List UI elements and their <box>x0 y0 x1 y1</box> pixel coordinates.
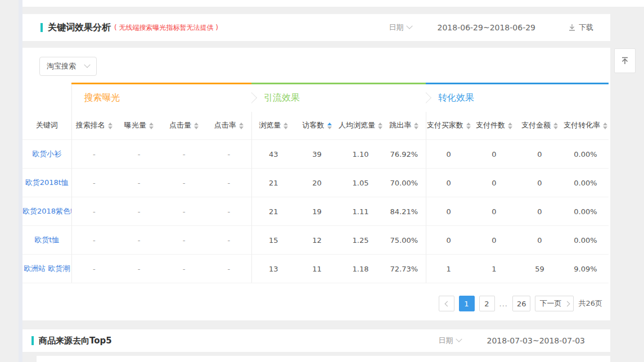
sort-icon[interactable] <box>108 123 112 129</box>
page-button-1[interactable]: 1 <box>459 296 475 311</box>
sort-icon[interactable] <box>508 123 512 129</box>
col-header-exposure[interactable]: 曝光量 <box>116 112 161 140</box>
keyword-link[interactable]: 欧洲站 欧货潮 <box>22 255 71 283</box>
table-row: 欧货小衫 - - - - 43 39 1.10 76.92% 0 0 0 0.0… <box>22 140 609 169</box>
cell: 21 <box>251 169 295 197</box>
sort-icon[interactable] <box>414 123 418 129</box>
section-accent-bar <box>31 336 34 345</box>
col-label: 人均浏览量 <box>339 121 375 129</box>
cell: - <box>116 169 161 197</box>
date-dropdown[interactable]: 日期 <box>439 336 461 346</box>
col-header-search-rank[interactable]: 搜索排名 <box>71 112 116 140</box>
channel-select[interactable]: 淘宝搜索 <box>39 57 97 76</box>
sort-icon[interactable] <box>239 123 244 129</box>
page-button-2[interactable]: 2 <box>479 296 495 311</box>
date-dropdown-label: 日期 <box>439 336 453 346</box>
cell: 59 <box>517 255 562 283</box>
download-button[interactable]: 下载 <box>568 22 593 33</box>
col-header-avg-pageviews[interactable]: 人均浏览量 <box>339 112 382 140</box>
cell: 1.11 <box>339 197 382 226</box>
keyword-table-card: 淘宝搜索 搜索曝光 引流效果 转化效果 关键词 搜索排名 曝光量 点击量 点击率… <box>22 48 610 320</box>
date-dropdown[interactable]: 日期 <box>389 22 412 33</box>
keyword-effect-table: 搜索曝光 引流效果 转化效果 关键词 搜索排名 曝光量 点击量 点击率 浏览量 … <box>22 83 609 283</box>
keyword-link[interactable]: 欧货t恤 <box>22 226 71 255</box>
col-label: 曝光量 <box>124 121 146 129</box>
sort-icon-active[interactable] <box>327 123 332 129</box>
cell: 39 <box>295 140 339 169</box>
sort-icon[interactable] <box>149 123 154 129</box>
chevron-left-icon <box>444 301 450 306</box>
col-header-pay-amount[interactable]: 支付金额 <box>517 112 562 140</box>
col-header-ctr[interactable]: 点击率 <box>206 112 251 140</box>
cell: 12 <box>295 226 339 255</box>
date-range-value: 2018-07-03~2018-07-03 <box>487 336 585 345</box>
cell: 0.00% <box>562 197 609 226</box>
col-header-visitors[interactable]: 访客数 <box>295 112 339 140</box>
group-label: 引流效果 <box>264 92 300 103</box>
col-header-pageviews[interactable]: 浏览量 <box>251 112 295 140</box>
download-icon <box>568 24 576 31</box>
cell: 15 <box>251 226 295 255</box>
col-label: 浏览量 <box>259 121 281 129</box>
cell: 0 <box>471 197 517 226</box>
cell: - <box>71 255 116 283</box>
cell: 43 <box>251 140 295 169</box>
cell: - <box>206 140 251 169</box>
cell: - <box>206 197 251 226</box>
col-header-pay-buyers[interactable]: 支付买家数 <box>426 112 471 140</box>
group-divider-chevron-icon <box>426 92 431 104</box>
date-dropdown-label: 日期 <box>389 22 404 33</box>
cell: - <box>71 197 116 226</box>
cell: 0 <box>471 226 517 255</box>
date-range-value: 2018-06-29~2018-06-29 <box>438 23 535 32</box>
chevron-down-icon <box>456 336 462 342</box>
page-button-26[interactable]: 26 <box>512 296 531 311</box>
chevron-down-icon <box>406 23 412 29</box>
back-to-top-button[interactable] <box>614 48 636 73</box>
cell: - <box>161 226 206 255</box>
next-page-button[interactable]: 下一页 <box>535 296 574 311</box>
cell: - <box>161 255 206 283</box>
keyword-link[interactable]: 欧货2018t恤 <box>22 169 71 197</box>
cell: 0 <box>471 169 517 197</box>
cell: - <box>161 169 206 197</box>
prev-page-button[interactable] <box>439 296 454 311</box>
section-note: ( 无线端搜索曝光指标暂无法提供 ) <box>114 23 218 33</box>
table-row: 欧洲站 欧货潮 - - - - 13 11 1.18 72.73% 1 1 59… <box>22 255 609 283</box>
cell: 9.09% <box>562 255 609 283</box>
sort-icon[interactable] <box>466 123 471 129</box>
sort-icon[interactable] <box>194 123 199 129</box>
cell: 0 <box>426 197 471 226</box>
col-header-bounce-rate[interactable]: 跳出率 <box>382 112 426 140</box>
sort-icon[interactable] <box>283 123 288 129</box>
back-to-top-icon <box>620 56 630 66</box>
cell: 72.73% <box>382 255 426 283</box>
cell: 11 <box>295 255 339 283</box>
table-group-header-row: 搜索曝光 引流效果 转化效果 <box>22 84 609 112</box>
table-row: 欧货2018紫色t - - - - 21 19 1.11 84.21% 0 0 … <box>22 197 609 226</box>
top-white-strip <box>22 0 644 7</box>
cell: 20 <box>295 169 339 197</box>
group-conversion-effect: 转化效果 <box>426 84 609 112</box>
cell: 70.00% <box>382 169 426 197</box>
cell: 0 <box>426 140 471 169</box>
col-label: 点击量 <box>169 121 191 129</box>
cell: - <box>116 255 161 283</box>
group-traffic-effect: 引流效果 <box>251 84 426 112</box>
cell: 0 <box>426 169 471 197</box>
sort-icon[interactable] <box>378 123 382 129</box>
item-source-header: 商品来源去向Top5 日期 2018-07-03~2018-07-03 <box>22 329 610 352</box>
keyword-link[interactable]: 欧货2018紫色t <box>22 197 71 226</box>
pagination: 1 2 ... 26 下一页 共26页 <box>22 296 602 311</box>
keyword-link[interactable]: 欧货小衫 <box>22 140 71 169</box>
keyword-analysis-header: 关键词效果分析 ( 无线端搜索曝光指标暂无法提供 ) 日期 2018-06-29… <box>22 14 610 41</box>
col-header-clicks[interactable]: 点击量 <box>161 112 206 140</box>
col-label: 点击率 <box>214 121 236 129</box>
col-header-pay-items[interactable]: 支付件数 <box>471 112 517 140</box>
cell: 1.18 <box>339 255 382 283</box>
sort-icon[interactable] <box>603 123 607 129</box>
col-header-pay-conversion[interactable]: 支付转化率 <box>562 112 609 140</box>
section-accent-bar <box>40 23 43 32</box>
sort-icon[interactable] <box>553 123 558 129</box>
cell: 0 <box>517 140 562 169</box>
